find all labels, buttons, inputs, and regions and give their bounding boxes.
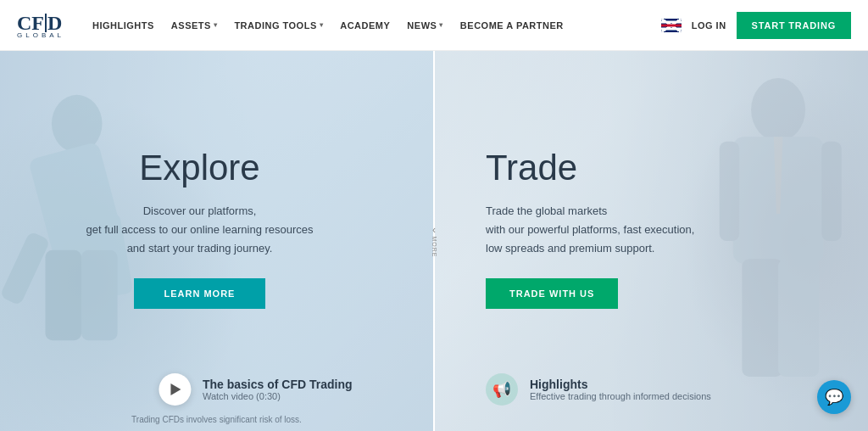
hero-section: Explore Discover our platforms,get full … bbox=[0, 51, 868, 431]
play-button[interactable] bbox=[159, 373, 191, 406]
chat-button[interactable]: 💬 bbox=[817, 380, 851, 414]
main-nav: HIGHLIGHTS ASSETS ▾ TRADING TOOLS ▾ ACAD… bbox=[86, 17, 661, 34]
chevron-down-icon: ▾ bbox=[320, 21, 324, 29]
megaphone-icon: 📢 bbox=[492, 380, 511, 399]
learn-more-button[interactable]: LEARN MORE bbox=[134, 278, 266, 309]
logo-global: GLOBAL bbox=[17, 31, 64, 39]
highlights-icon-wrap: 📢 bbox=[486, 373, 518, 406]
risk-disclaimer: Trading CFDs involves significant risk o… bbox=[0, 415, 433, 424]
video-subtitle: Watch video (0:30) bbox=[203, 391, 353, 401]
explore-description: Discover our platforms,get full access t… bbox=[86, 202, 313, 258]
nav-become-partner[interactable]: BECOME A PARTNER bbox=[453, 17, 570, 34]
nav-academy[interactable]: ACADEMY bbox=[333, 17, 397, 34]
trade-with-us-button[interactable]: TRADE WITH US bbox=[486, 278, 618, 309]
nav-highlights[interactable]: HIGHLIGHTS bbox=[86, 17, 161, 34]
explore-title: Explore bbox=[139, 148, 259, 188]
chevron-down-icon: ▾ bbox=[214, 21, 218, 29]
hero-right-panel: Trade Trade the global marketswith our p… bbox=[435, 51, 868, 431]
chat-icon: 💬 bbox=[825, 389, 843, 405]
login-button[interactable]: LOG IN bbox=[692, 20, 726, 31]
logo-divider bbox=[45, 14, 47, 32]
hero-left-panel: Explore Discover our platforms,get full … bbox=[0, 51, 433, 431]
play-icon bbox=[170, 383, 181, 395]
trade-title: Trade bbox=[486, 148, 834, 188]
chevron-left-icon: ‹ bbox=[432, 225, 436, 235]
logo[interactable]: C F D GLOBAL bbox=[17, 12, 64, 39]
main-header: C F D GLOBAL HIGHLIGHTS ASSETS ▾ TRADING… bbox=[0, 0, 868, 51]
nav-trading-tools[interactable]: TRADING TOOLS ▾ bbox=[227, 17, 330, 34]
highlights-section: 📢 Highlights Effective trading through i… bbox=[486, 373, 711, 406]
language-flag[interactable] bbox=[661, 19, 682, 32]
highlights-title: Highlights bbox=[530, 378, 711, 391]
more-label: ‹ MORE bbox=[431, 225, 437, 258]
nav-assets[interactable]: ASSETS ▾ bbox=[164, 17, 225, 34]
more-text: MORE bbox=[431, 237, 437, 258]
chevron-down-icon: ▾ bbox=[439, 21, 443, 29]
start-trading-button[interactable]: START TRADING bbox=[737, 12, 851, 39]
video-section: The basics of CFD Trading Watch video (0… bbox=[159, 373, 353, 406]
video-info: The basics of CFD Trading Watch video (0… bbox=[203, 378, 353, 401]
panel-divider: ‹ MORE bbox=[433, 51, 435, 431]
header-right: LOG IN START TRADING bbox=[661, 12, 851, 39]
highlights-subtitle: Effective trading through informed decis… bbox=[530, 391, 711, 401]
nav-news[interactable]: NEWS ▾ bbox=[400, 17, 450, 34]
trade-description: Trade the global marketswith our powerfu… bbox=[486, 202, 723, 258]
highlights-info: Highlights Effective trading through inf… bbox=[530, 378, 711, 401]
video-title: The basics of CFD Trading bbox=[203, 378, 353, 391]
